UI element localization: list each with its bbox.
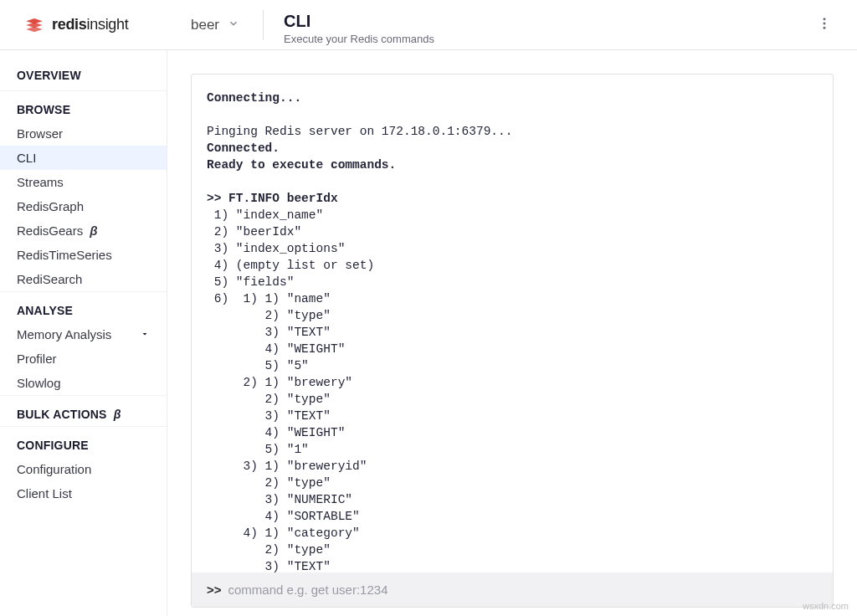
sidebar-item-redisgears[interactable]: RedisGears β — [0, 218, 167, 243]
svg-point-0 — [824, 18, 826, 20]
page-title-block: CLI Execute your Redis commands — [264, 5, 808, 45]
logo-text: redisinsight — [52, 16, 128, 33]
sidebar-item-redistimeseries[interactable]: RedisTimeSeries — [0, 243, 167, 267]
sidebar-item-slowlog[interactable]: Slowlog — [0, 371, 167, 395]
page-title: CLI — [284, 12, 808, 31]
cli-panel: Connecting... Pinging Redis server on 17… — [191, 74, 834, 608]
beta-badge: β — [110, 408, 121, 421]
kebab-icon — [817, 19, 832, 33]
cli-input-prompt: >> — [207, 583, 222, 597]
sidebar-item-label: Client List — [17, 486, 72, 501]
svg-point-1 — [824, 22, 826, 24]
watermark: wsxdn.com — [803, 601, 849, 611]
sidebar: OVERVIEWBROWSEBrowserCLIStreamsRedisGrap… — [0, 50, 167, 616]
cli-input-row[interactable]: >> — [192, 572, 833, 607]
sidebar-item-browser[interactable]: Browser — [0, 121, 167, 146]
sidebar-item-memory-analysis[interactable]: Memory Analysis — [0, 322, 167, 346]
chevron-down-icon — [228, 17, 239, 33]
sidebar-item-label: Browser — [17, 126, 63, 141]
main-area: OVERVIEWBROWSEBrowserCLIStreamsRedisGrap… — [0, 50, 857, 616]
sidebar-item-redisgraph[interactable]: RedisGraph — [0, 194, 167, 218]
svg-point-2 — [824, 26, 826, 28]
sidebar-item-redisearch[interactable]: RediSearch — [0, 267, 167, 291]
sidebar-item-configuration[interactable]: Configuration — [0, 457, 167, 481]
nav-heading: ANALYSE — [0, 291, 167, 322]
content: Connecting... Pinging Redis server on 17… — [167, 50, 857, 616]
redis-logo-icon — [23, 14, 45, 36]
sidebar-item-label: Slowlog — [17, 376, 61, 390]
sidebar-item-label: CLI — [17, 151, 36, 165]
cli-output: Connecting... Pinging Redis server on 17… — [192, 74, 833, 572]
nav-heading: BROWSE — [0, 90, 167, 121]
sidebar-item-label: Profiler — [17, 352, 57, 366]
beta-badge: β — [86, 223, 97, 238]
sidebar-item-streams[interactable]: Streams — [0, 170, 167, 194]
sidebar-item-label: RediSearch — [17, 272, 82, 286]
sidebar-item-cli[interactable]: CLI — [0, 146, 167, 170]
logo: redisinsight — [0, 14, 167, 36]
sidebar-item-label: RedisGears β — [17, 223, 98, 238]
sidebar-item-client-list[interactable]: Client List — [0, 481, 167, 506]
nav-heading: CONFIGURE — [0, 426, 167, 457]
sidebar-item-label: RedisGraph — [17, 199, 84, 213]
page-subtitle: Execute your Redis commands — [284, 33, 808, 45]
nav-heading: BULK ACTIONS β — [0, 395, 167, 426]
nav-heading: OVERVIEW — [0, 65, 167, 90]
caret-down-icon — [140, 327, 150, 341]
top-bar: redisinsight beer CLI Execute your Redis… — [0, 0, 857, 50]
sidebar-item-label: Configuration — [17, 462, 91, 476]
sidebar-item-label: Memory Analysis — [17, 327, 111, 341]
cli-input[interactable] — [228, 583, 818, 597]
sidebar-item-label: RedisTimeSeries — [17, 248, 112, 262]
database-selector[interactable]: beer — [167, 17, 263, 33]
database-selector-value: beer — [191, 17, 219, 33]
sidebar-item-profiler[interactable]: Profiler — [0, 346, 167, 371]
sidebar-item-label: Streams — [17, 175, 64, 189]
more-menu-button[interactable] — [808, 9, 840, 41]
